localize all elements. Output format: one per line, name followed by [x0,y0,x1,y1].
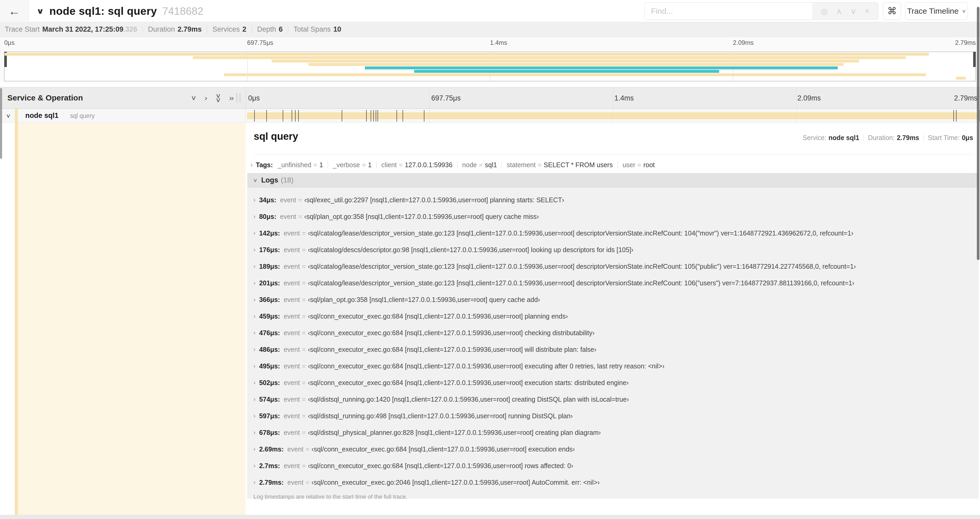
find-controls: ◎ ∧ ∨ × [812,3,878,19]
log-event-tick[interactable] [298,110,299,121]
log-event-tick[interactable] [366,110,367,121]
log-event-tick[interactable] [371,110,371,121]
span-detail-panel: sql query Service: node sql1 Duration: 2… [246,123,980,503]
chevron-right-icon: › [253,346,256,353]
log-entry-row[interactable]: ›34μs:event=‹sql/exec_util.go:2297 [nsql… [248,192,978,208]
log-entry-row[interactable]: ›2.69ms:event=‹sql/conn_executor_exec.go… [248,441,978,458]
log-entry-row[interactable]: ›476μs:event=‹sql/conn_executor_exec.go:… [248,325,978,341]
log-field-value: ‹sql/distsql_physical_planner.go:828 [ns… [308,429,601,436]
log-event-tick[interactable] [342,110,342,121]
back-button[interactable]: ← [0,0,29,22]
command-icon: ⌘ [887,6,897,17]
clear-find-icon[interactable]: × [865,6,870,16]
log-field-key: event [284,246,300,254]
service-label: Service: [803,134,826,142]
span-color-accent [15,123,18,515]
log-entry-row[interactable]: ›495μs:event=‹sql/conn_executor_exec.go:… [248,358,978,374]
keyboard-shortcuts-button[interactable]: ⌘ [883,2,901,20]
log-entry-row[interactable]: ›597μs:event=‹sql/distsql_running.go:498… [248,408,978,424]
trace-collapse-chevron-icon[interactable]: ∨ [37,6,44,16]
tree-scrollbar[interactable] [0,88,2,159]
depth-value: 6 [279,25,283,34]
log-event-tick[interactable] [375,110,376,121]
log-entry-row[interactable]: ›366μs:event=‹sql/plan_opt.go:358 [nsql1… [248,291,978,308]
log-field-value: ‹sql/conn_executor_exec.go:684 [nsql1,cl… [308,329,595,337]
chevron-right-icon: › [253,246,256,254]
log-entry-row[interactable]: ›142μs:event=‹sql/catalog/lease/descript… [248,225,978,241]
tag-value: 127.0.0.1:59936 [405,161,453,169]
log-event-tick[interactable] [377,110,378,121]
log-event-tick[interactable] [254,110,255,121]
span-collapse-chevron-icon[interactable]: ∨ [6,113,11,119]
log-entry-row[interactable]: ›486μs:event=‹sql/conn_executor_exec.go:… [248,341,978,358]
next-match-icon[interactable]: ∨ [851,6,856,16]
log-timestamp: 476μs: [259,329,280,337]
duration-label: Duration [148,25,175,34]
span-row[interactable]: ∨ node sql1 sql query [0,109,980,123]
log-event-tick[interactable] [953,110,954,121]
tag-value: root [643,161,655,169]
log-entry-row[interactable]: ›2.7ms:event=‹sql/conn_executor_exec.go:… [248,458,978,474]
find-input[interactable] [644,3,812,19]
log-event-tick[interactable] [373,110,374,121]
span-detail-row: sql query Service: node sql1 Duration: 2… [0,123,980,515]
minimap-canvas[interactable] [4,52,976,81]
log-entry-row[interactable]: ›2.79ms:event=‹sql/conn_executor_exec.go… [248,474,978,491]
prev-match-icon[interactable]: ∧ [836,6,842,16]
log-entry-row[interactable]: ›574μs:event=‹sql/distsql_running.go:142… [248,391,978,408]
expand-one-icon[interactable]: › [204,96,207,101]
tag-separator [328,161,328,169]
log-entry-row[interactable]: ›176μs:event=‹sql/catalog/descs/descript… [248,241,978,258]
log-entry-row[interactable]: ›201μs:event=‹sql/catalog/lease/descript… [248,275,978,291]
log-event-tick[interactable] [292,110,292,121]
tag-value: SELECT * FROM users [544,161,613,169]
expand-all-icon[interactable]: » [229,96,234,101]
match-highlight-icon[interactable]: ◎ [821,6,827,16]
minimap-right-scrub-handle[interactable] [973,52,976,67]
log-timestamp: 495μs: [259,363,280,370]
log-field-key: event [284,263,300,270]
equals-sign: = [302,329,306,337]
log-field-key: event [284,412,300,420]
log-entry-row[interactable]: ›678μs:event=‹sql/distsql_physical_plann… [248,424,978,441]
collapse-all-icon[interactable]: ∨∨ [215,94,221,102]
tags-label: Tags: [256,161,273,169]
equals-sign: = [638,161,641,169]
log-event-tick[interactable] [424,110,425,121]
services-value: 2 [242,25,246,34]
tags-accordion[interactable]: › Tags: _unfinished=1_verbose=1client=12… [251,159,973,171]
collapse-one-icon[interactable]: ∨ [191,96,197,100]
tag-item: user=root [622,161,655,169]
tag-key: node [462,161,477,169]
log-event-tick[interactable] [295,110,296,121]
log-entry-row[interactable]: ›80μs:event=‹sql/plan_opt.go:358 [nsql1,… [248,208,978,225]
chevron-right-icon: › [253,446,256,453]
log-event-tick[interactable] [402,110,403,121]
log-timestamp: 2.69ms: [259,446,284,453]
log-event-tick[interactable] [396,110,397,121]
chevron-down-icon: ∨ [253,177,258,183]
trace-view-selector[interactable]: Trace Timeline ∨ [905,2,968,20]
log-field-value: ‹sql/conn_executor_exec.go:684 [nsql1,cl… [308,462,573,469]
vertical-scrollbar[interactable] [977,7,980,260]
tag-key: _verbose [333,161,360,169]
timeline-gridline [796,109,797,123]
equals-sign: = [313,161,317,169]
log-entry-row[interactable]: ›502μs:event=‹sql/conn_executor_exec.go:… [248,374,978,391]
log-field-value: ‹sql/exec_util.go:2297 [nsql1,client=127… [304,196,564,204]
log-timestamp: 2.79ms: [259,479,284,486]
axis-tick-label: 697.75μs [247,39,273,46]
tag-key: user [622,161,635,169]
log-event-tick[interactable] [283,110,283,121]
axis-tick-label: 1.4ms [612,94,634,102]
log-entry-row[interactable]: ›459μs:event=‹sql/conn_executor_exec.go:… [248,308,978,325]
span-track[interactable] [245,109,980,123]
log-timestamp: 189μs: [259,263,280,270]
log-event-tick[interactable] [956,110,956,121]
log-entry-row[interactable]: ›189μs:event=‹sql/catalog/lease/descript… [248,258,978,275]
logs-accordion-header[interactable]: ∨ Logs (18) [248,173,978,187]
minimap-span-bar [309,63,843,66]
timeline-gridline [429,87,430,109]
log-event-tick[interactable] [266,110,267,121]
column-resizer[interactable] [237,93,240,102]
